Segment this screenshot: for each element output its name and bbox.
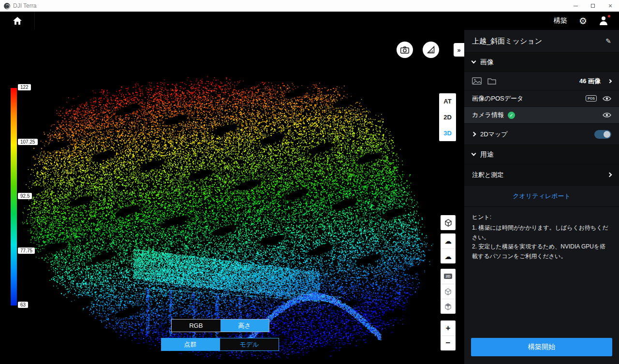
minimize-icon bbox=[574, 6, 578, 6]
cloud-icon: ☁ bbox=[444, 253, 452, 260]
elevation-colorbar bbox=[11, 88, 17, 306]
image-icon bbox=[472, 77, 482, 85]
titlebar: DJI Terra × bbox=[0, 0, 619, 12]
tool-2d-icon: 2D bbox=[444, 274, 452, 279]
minimize-button[interactable] bbox=[567, 0, 584, 12]
zoom-out-button[interactable]: − bbox=[441, 335, 456, 350]
check-icon: ✓ bbox=[508, 112, 515, 119]
scale-label: 63 bbox=[18, 302, 28, 308]
images-section-header[interactable]: 画像 bbox=[464, 53, 619, 72]
build-nav-label[interactable]: 構築 bbox=[554, 16, 567, 25]
collapse-panel-button[interactable]: » bbox=[454, 43, 464, 57]
spacer bbox=[464, 267, 619, 338]
pos-data-row: 画像のPOSデータ POS bbox=[464, 90, 619, 107]
images-row[interactable]: 46 画像 bbox=[464, 72, 619, 90]
cube-solid-icon bbox=[444, 303, 452, 310]
dji-terra-window: DJI Terra × 構築 ⚙ 122 107 bbox=[0, 0, 619, 364]
map-2d-toggle[interactable] bbox=[594, 130, 611, 139]
annotation-measure-row[interactable]: 注釈と測定 bbox=[464, 164, 619, 186]
quality-report-link[interactable]: クオリティレポート bbox=[464, 186, 619, 207]
point-cloud-canvas[interactable] bbox=[0, 30, 464, 364]
eye-icon[interactable] bbox=[603, 96, 611, 102]
home-button[interactable] bbox=[0, 12, 35, 30]
start-build-button[interactable]: 構築開始 bbox=[471, 338, 612, 356]
point-cloud-layer-button[interactable]: ☁ bbox=[441, 233, 456, 248]
cube-solid-tool-button[interactable] bbox=[441, 299, 456, 314]
color-mode-toggle: RGB 高さ bbox=[171, 319, 269, 332]
pos-icon[interactable]: POS bbox=[586, 95, 597, 102]
scale-label: 122 bbox=[18, 84, 31, 90]
color-mode-rgb[interactable]: RGB bbox=[172, 320, 221, 332]
display-mode-toggle: 点群 モデル bbox=[161, 338, 279, 351]
model-tiles-button[interactable] bbox=[441, 215, 456, 230]
folder-icon[interactable] bbox=[487, 78, 496, 85]
user-icon bbox=[599, 16, 608, 25]
home-icon bbox=[13, 16, 22, 25]
user-account-button[interactable] bbox=[599, 16, 608, 25]
map-2d-label: 2Dマップ bbox=[480, 130, 508, 139]
scale-label: 77.75 bbox=[18, 248, 35, 254]
tool-group-zoom: + − bbox=[441, 320, 456, 350]
window-title: DJI Terra bbox=[13, 2, 36, 9]
display-mode-pointcloud[interactable]: 点群 bbox=[161, 338, 220, 351]
camera-info-row: カメラ情報 ✓ bbox=[464, 107, 619, 124]
measure-button[interactable] bbox=[423, 42, 439, 58]
gear-icon[interactable]: ⚙ bbox=[579, 16, 587, 26]
camera-icon bbox=[400, 46, 409, 54]
tool-group-cloud: ☁ ☁ bbox=[441, 233, 456, 263]
tool-group-model bbox=[441, 215, 456, 230]
scale-label: 92.5 bbox=[18, 193, 32, 199]
images-section-label: 画像 bbox=[480, 58, 494, 67]
chevron-right-icon bbox=[608, 79, 612, 83]
usage-section-label: 用途 bbox=[480, 150, 494, 159]
view-2d-tool-button[interactable]: 2D bbox=[441, 269, 456, 284]
color-mode-height[interactable]: 高さ bbox=[221, 320, 269, 332]
display-mode-model[interactable]: モデル bbox=[220, 338, 279, 351]
maximize-icon bbox=[591, 4, 595, 8]
tool-group-display: 2D bbox=[441, 269, 456, 314]
usage-section-header[interactable]: 用途 bbox=[464, 145, 619, 164]
chevron-down-icon bbox=[472, 59, 476, 64]
build-panel: 上越_斜面ミッション ✎ 画像 46 画像 bbox=[464, 30, 619, 364]
view-mode-2d[interactable]: 2D bbox=[439, 109, 456, 125]
camera-info-label: カメラ情報 bbox=[472, 111, 504, 119]
image-count[interactable]: 46 画像 bbox=[579, 77, 601, 86]
cube-outline-icon bbox=[444, 288, 452, 295]
map-2d-row[interactable]: 2Dマップ bbox=[464, 124, 619, 145]
pos-data-label: 画像のPOSデータ bbox=[472, 94, 523, 103]
maximize-button[interactable] bbox=[584, 0, 602, 12]
hints-block: ヒント: 1. 構築には時間がかかります。しばらくお待ちください。 2. 安定し… bbox=[464, 207, 619, 267]
close-button[interactable]: × bbox=[602, 0, 619, 12]
cube-tiles-icon bbox=[444, 219, 452, 227]
hints-title: ヒント: bbox=[472, 213, 611, 222]
scale-label: 107.25 bbox=[18, 139, 38, 145]
hint-line: 2. 安定した構築を実現するため、NVIDIA GPUを搭載するパソコンをご利用… bbox=[472, 242, 611, 262]
screenshot-button[interactable] bbox=[397, 42, 413, 58]
quality-report-label: クオリティレポート bbox=[513, 192, 570, 201]
ruler-icon bbox=[427, 46, 435, 54]
edit-icon[interactable]: ✎ bbox=[605, 37, 611, 45]
zoom-in-button[interactable]: + bbox=[441, 320, 456, 335]
app-navbar: 構築 ⚙ bbox=[0, 12, 619, 30]
annotation-measure-label: 注釈と測定 bbox=[472, 171, 503, 179]
eye-icon[interactable] bbox=[603, 112, 611, 118]
view-mode-toggle: AT 2D 3D bbox=[439, 93, 456, 141]
mission-title: 上越_斜面ミッション bbox=[472, 37, 605, 46]
chevron-down-icon bbox=[472, 151, 476, 156]
notification-badge bbox=[608, 15, 610, 17]
dji-logo bbox=[4, 3, 10, 9]
hint-line: 1. 構築には時間がかかります。しばらくお待ちください。 bbox=[472, 223, 611, 243]
view-mode-at[interactable]: AT bbox=[439, 93, 456, 109]
chevron-right-icon bbox=[607, 173, 612, 177]
view-mode-3d[interactable]: 3D bbox=[439, 125, 456, 141]
point-cloud-density-button[interactable]: ☁ bbox=[441, 248, 456, 263]
cloud-icon: ☁ bbox=[444, 237, 452, 245]
viewport-3d[interactable]: 122 107.25 92.5 77.75 63 » AT bbox=[0, 30, 464, 364]
chevron-right-icon bbox=[472, 132, 476, 137]
cube-outline-tool-button[interactable] bbox=[441, 284, 456, 299]
